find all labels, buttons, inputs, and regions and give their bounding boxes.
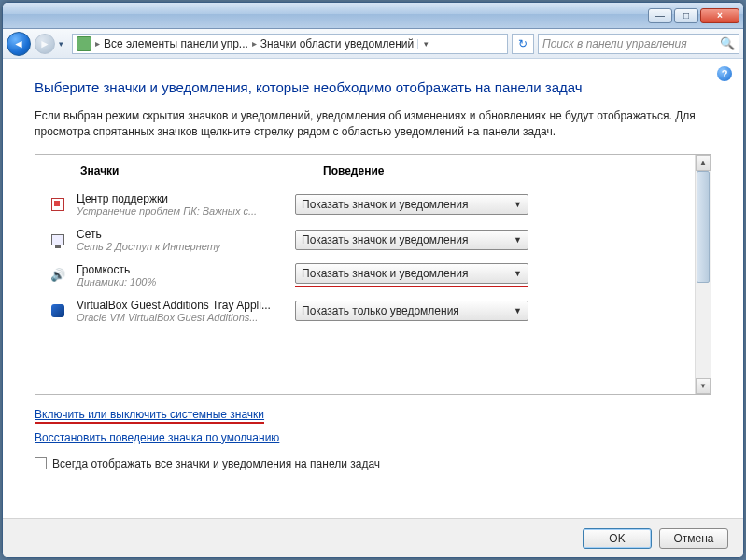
close-button[interactable]: × <box>700 8 739 23</box>
behavior-dropdown[interactable]: Показать значок и уведомления ▼ <box>295 263 528 284</box>
arrow-left-icon: ◄ <box>13 37 24 50</box>
page-title: Выберите значки и уведомления, которые н… <box>35 77 711 97</box>
list-item: Сеть Сеть 2 Доступ к Интернету Показать … <box>49 222 682 258</box>
always-show-checkbox-row: Всегда отображать все значки и уведомлен… <box>35 457 711 470</box>
dialog-footer: OK Отмена <box>3 518 743 557</box>
content-area: ? Выберите значки и уведомления, которые… <box>3 59 743 518</box>
dropdown-value: Показать только уведомления <box>302 304 459 317</box>
help-icon[interactable]: ? <box>717 66 732 81</box>
dropdown-value: Показать значок и уведомления <box>302 233 469 246</box>
icons-list-body: Значки Поведение Центр поддержки Устране… <box>35 155 695 394</box>
action-center-icon <box>49 198 67 211</box>
item-subtext: Устранение проблем ПК: Важных с... <box>77 205 286 217</box>
network-icon <box>49 234 67 245</box>
scroll-down-button[interactable]: ▼ <box>696 378 711 394</box>
scroll-thumb[interactable] <box>697 171 710 283</box>
chevron-right-icon: ▸ <box>252 38 257 49</box>
chevron-down-icon: ▼ <box>514 306 522 315</box>
maximize-button[interactable]: □ <box>674 8 698 23</box>
chevron-down-icon: ▼ <box>514 269 522 278</box>
item-subtext: Oracle VM VirtualBox Guest Additions... <box>77 312 286 323</box>
breadcrumb-item[interactable]: Все элементы панели упр... <box>104 37 248 50</box>
system-icons-link[interactable]: Включить или выключить системные значки <box>35 408 264 421</box>
always-show-checkbox[interactable] <box>35 457 47 469</box>
control-panel-icon <box>77 36 91 51</box>
links-section: Включить или выключить системные значки … <box>35 408 711 444</box>
address-dropdown[interactable]: ▾ <box>417 39 430 49</box>
chevron-down-icon: ▼ <box>514 200 522 209</box>
checkbox-label: Всегда отображать все значки и уведомлен… <box>52 457 380 470</box>
refresh-button[interactable]: ↻ <box>512 34 534 54</box>
scroll-up-button[interactable]: ▲ <box>696 155 711 171</box>
item-name: VirtualBox Guest Additions Tray Appli... <box>77 299 286 312</box>
restore-defaults-link[interactable]: Восстановить поведение значка по умолчан… <box>35 431 711 444</box>
item-name: Сеть <box>77 228 286 241</box>
list-header: Значки Поведение <box>49 164 682 187</box>
behavior-dropdown[interactable]: Показать значок и уведомления ▼ <box>295 194 528 215</box>
chevron-right-icon: ▸ <box>95 38 100 49</box>
behavior-dropdown[interactable]: Показать значок и уведомления ▼ <box>295 230 528 250</box>
item-name: Громкость <box>77 263 286 276</box>
scrollbar[interactable]: ▲ ▼ <box>695 155 711 394</box>
item-name: Центр поддержки <box>77 192 286 205</box>
highlight-underline <box>295 286 528 287</box>
arrow-right-icon: ► <box>39 37 50 50</box>
address-bar: ◄ ► ▾ ▸ Все элементы панели упр... ▸ Зна… <box>3 29 743 59</box>
list-item: 🔊 Громкость Динамики: 100% Показать знач… <box>49 258 682 293</box>
refresh-icon: ↻ <box>518 37 528 50</box>
cancel-button[interactable]: Отмена <box>659 528 728 549</box>
search-icon: 🔍 <box>720 36 735 50</box>
titlebar: — □ × <box>3 3 743 29</box>
breadcrumb-item[interactable]: Значки области уведомлений <box>260 37 414 50</box>
page-description: Если выбран режим скрытия значков и увед… <box>35 108 711 141</box>
nav-history-dropdown[interactable]: ▾ <box>59 39 68 49</box>
list-item: VirtualBox Guest Additions Tray Appli...… <box>49 293 682 329</box>
nav-forward-button[interactable]: ► <box>35 34 55 54</box>
header-icons: Значки <box>80 164 323 177</box>
icons-list-frame: Значки Поведение Центр поддержки Устране… <box>35 154 711 395</box>
search-input[interactable]: Поиск в панели управления 🔍 <box>538 34 739 54</box>
dropdown-value: Показать значок и уведомления <box>302 267 469 280</box>
item-subtext: Сеть 2 Доступ к Интернету <box>77 241 286 252</box>
ok-button[interactable]: OK <box>583 528 652 549</box>
breadcrumb[interactable]: ▸ Все элементы панели упр... ▸ Значки об… <box>72 34 508 54</box>
nav-back-button[interactable]: ◄ <box>7 32 31 56</box>
header-behavior: Поведение <box>323 164 682 177</box>
highlight-underline: Включить или выключить системные значки <box>35 408 264 424</box>
minimize-button[interactable]: — <box>648 8 672 23</box>
search-placeholder: Поиск в панели управления <box>542 37 687 50</box>
volume-icon: 🔊 <box>49 268 67 282</box>
control-panel-window: — □ × ◄ ► ▾ ▸ Все элементы панели упр...… <box>2 2 744 558</box>
behavior-dropdown[interactable]: Показать только уведомления ▼ <box>295 301 528 321</box>
dropdown-value: Показать значок и уведомления <box>302 198 469 211</box>
item-subtext: Динамики: 100% <box>77 276 286 287</box>
chevron-down-icon: ▼ <box>514 235 522 245</box>
list-item: Центр поддержки Устранение проблем ПК: В… <box>49 187 682 222</box>
virtualbox-icon <box>49 304 67 317</box>
